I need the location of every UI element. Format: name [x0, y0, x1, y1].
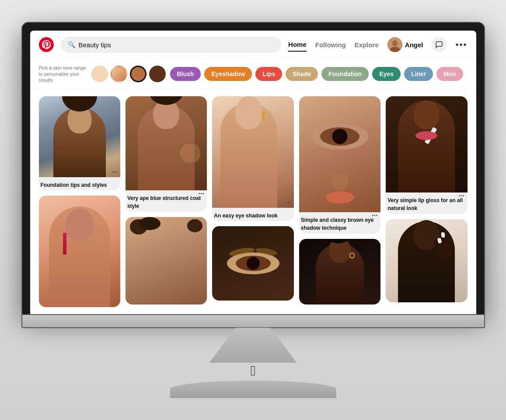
- header-nav: Home Following Explore: [288, 37, 467, 52]
- pin-3-1-more[interactable]: •••: [285, 200, 291, 205]
- pin-4-2[interactable]: [299, 239, 380, 304]
- pin-2-1-title: Very ape blue structured coat style: [127, 195, 201, 210]
- header: 🔍 Home Following Explore: [30, 31, 476, 60]
- pin-5-1-more[interactable]: •••: [459, 193, 465, 198]
- pin-4-1-title: Simple and classy brown eye shadow techn…: [301, 217, 374, 231]
- monitor-screen: 🔍 Home Following Explore: [21, 22, 485, 315]
- search-bar[interactable]: 🔍: [61, 37, 282, 53]
- chip-moo[interactable]: Moo: [436, 67, 463, 81]
- nav-explore[interactable]: Explore: [355, 38, 379, 51]
- pin-grid: Foundation tips and styles •••: [30, 89, 476, 315]
- pin-4-1[interactable]: Simple and classy brown eye shadow techn…: [299, 96, 380, 234]
- pin-1-1-info: Foundation tips and styles: [39, 177, 120, 191]
- pin-1-1[interactable]: Foundation tips and styles •••: [39, 96, 120, 191]
- chip-shade[interactable]: Shade: [286, 67, 318, 81]
- pin-3-1-title: An easy eye shadow look: [214, 213, 277, 219]
- user-info[interactable]: Angel: [387, 37, 423, 52]
- pin-2-1-info: Very ape blue structured coat style: [126, 190, 207, 212]
- pin-column-1: Foundation tips and styles •••: [39, 96, 120, 308]
- pin-5-1[interactable]: Very simple lip gloss for an all natural…: [386, 96, 467, 214]
- pinterest-app: 🔍 Home Following Explore: [30, 31, 476, 314]
- pin-column-3: An easy eye shadow look •••: [212, 96, 293, 308]
- chip-eyes[interactable]: Eyes: [372, 67, 401, 81]
- pin-1-2[interactable]: [39, 196, 120, 307]
- swatch-1[interactable]: [91, 66, 108, 82]
- swatch-4[interactable]: [149, 66, 166, 82]
- pin-3-1[interactable]: An easy eye shadow look •••: [212, 96, 293, 221]
- chip-liner[interactable]: Liner: [404, 67, 433, 81]
- filters-bar: Pick a skin tone range to personalize yo…: [30, 60, 476, 89]
- monitor-chin: [21, 315, 485, 328]
- skin-tone-swatches: [91, 66, 166, 82]
- pin-column-4: Simple and classy brown eye shadow techn…: [299, 96, 380, 308]
- search-icon: 🔍: [68, 41, 75, 48]
- search-input[interactable]: [79, 41, 275, 49]
- monitor-bezel: 🔍 Home Following Explore: [30, 31, 476, 314]
- pin-5-2[interactable]: [386, 219, 467, 302]
- monitor-stand-base: [170, 381, 336, 398]
- apple-logo: : [251, 363, 256, 379]
- swatch-3[interactable]: [130, 66, 147, 82]
- chip-blush[interactable]: Blush: [170, 67, 201, 81]
- pin-2-2[interactable]: [126, 217, 207, 304]
- svg-point-0: [39, 37, 54, 52]
- nav-home[interactable]: Home: [288, 38, 307, 52]
- chip-foundation[interactable]: Foundation: [321, 67, 369, 81]
- messages-button[interactable]: [432, 37, 447, 52]
- user-name: Angel: [405, 41, 423, 49]
- pin-5-1-title: Very simple lip gloss for an all natural…: [387, 197, 463, 212]
- svg-point-2: [392, 40, 398, 46]
- pin-3-2[interactable]: [212, 226, 293, 301]
- pin-5-1-info: Very simple lip gloss for an all natural…: [386, 192, 467, 214]
- pin-1-1-title: Foundation tips and styles: [41, 182, 107, 188]
- more-button[interactable]: •••: [455, 40, 467, 50]
- nav-following[interactable]: Following: [315, 38, 346, 51]
- pin-3-1-info: An easy eye shadow look: [212, 208, 293, 221]
- pin-2-1-more[interactable]: •••: [199, 191, 205, 196]
- pin-4-1-info: Simple and classy brown eye shadow techn…: [299, 212, 380, 234]
- pin-column-2: Very ape blue structured coat style •••: [126, 96, 207, 308]
- pin-4-1-more[interactable]: •••: [372, 213, 378, 218]
- monitor-stand-top: [209, 328, 297, 363]
- monitor-base-area: : [170, 363, 336, 398]
- skin-tone-label: Pick a skin tone range to personalize yo…: [39, 65, 87, 84]
- pin-1-1-more[interactable]: •••: [112, 170, 118, 175]
- pinterest-logo: [39, 37, 54, 52]
- chip-eyeshadow[interactable]: Eyeshadow: [204, 67, 252, 81]
- filter-chips: Blush Eyeshadow Lips Shade Foundation Ey…: [170, 67, 468, 81]
- pin-column-5: Very simple lip gloss for an all natural…: [386, 96, 467, 308]
- chip-lips[interactable]: Lips: [255, 67, 282, 81]
- monitor-wrapper: 🔍 Home Following Explore: [13, 22, 494, 398]
- swatch-2[interactable]: [111, 66, 127, 82]
- pin-2-1[interactable]: Very ape blue structured coat style •••: [126, 96, 207, 212]
- avatar: [387, 37, 402, 52]
